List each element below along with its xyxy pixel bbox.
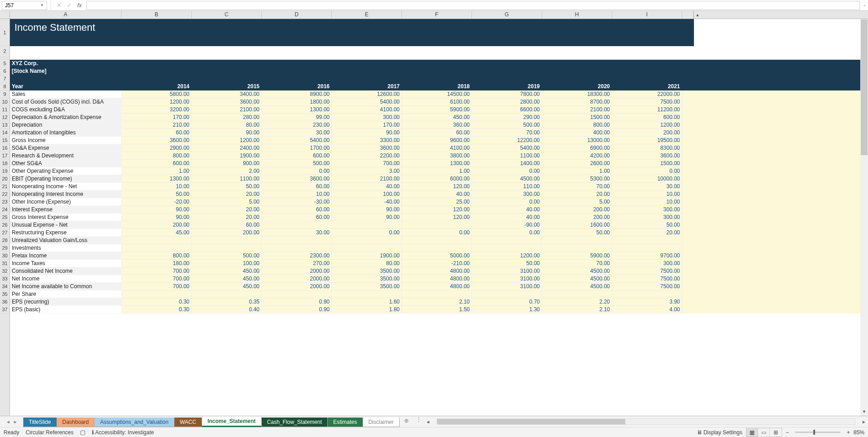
cell[interactable]: 0.00 xyxy=(332,229,402,237)
col-header-I[interactable]: I xyxy=(612,11,682,19)
cell[interactable]: 1.00 xyxy=(122,167,192,175)
sheet-tab[interactable]: Disclaimer xyxy=(363,418,400,427)
cell[interactable]: 3100.00 xyxy=(472,267,542,275)
cell[interactable] xyxy=(262,244,332,252)
cell[interactable]: 1500.00 xyxy=(612,160,682,167)
cell[interactable] xyxy=(472,290,542,298)
row-header[interactable]: 35 xyxy=(0,290,9,298)
cell[interactable]: 19500.00 xyxy=(612,137,682,144)
cell[interactable]: 20.00 xyxy=(192,190,262,198)
cell[interactable]: 2100.00 xyxy=(192,106,262,114)
cell[interactable]: 10.00 xyxy=(262,190,332,198)
cell[interactable]: 100.00 xyxy=(192,260,262,267)
cell[interactable]: 0.35 xyxy=(192,298,262,306)
sheet-tab[interactable]: Cash_Flow_Statement xyxy=(261,418,328,427)
cell[interactable]: 50.00 xyxy=(542,229,612,237)
cell[interactable]: 4800.00 xyxy=(402,267,472,275)
row-header[interactable]: 7 xyxy=(0,75,9,83)
add-sheet-button[interactable]: ⊕ xyxy=(400,416,413,427)
cell[interactable]: 300.00 xyxy=(612,206,682,214)
cell[interactable]: 14500.00 xyxy=(402,90,472,98)
cell[interactable]: 2.00 xyxy=(192,167,262,175)
cell[interactable]: 120.00 xyxy=(402,214,472,221)
cell[interactable]: 0.00 xyxy=(612,167,682,175)
row-header[interactable]: 28 xyxy=(0,237,9,244)
cell[interactable]: 3800.00 xyxy=(402,152,472,160)
cell[interactable]: 900.00 xyxy=(192,160,262,167)
row-header[interactable]: 20 xyxy=(0,175,9,183)
cell[interactable]: 2000.00 xyxy=(262,275,332,283)
cell[interactable]: 0.00 xyxy=(472,229,542,237)
cell[interactable]: 80.00 xyxy=(332,260,402,267)
cell[interactable]: 10.00 xyxy=(612,198,682,206)
cell[interactable]: 1.80 xyxy=(332,306,402,314)
cell[interactable]: 25.00 xyxy=(402,198,472,206)
cell[interactable]: 450.00 xyxy=(402,114,472,121)
cell[interactable]: 1200.00 xyxy=(612,121,682,129)
cell[interactable]: 230.00 xyxy=(262,121,332,129)
cell[interactable]: 5300.00 xyxy=(542,175,612,183)
row-header[interactable]: 23 xyxy=(0,198,9,206)
cell[interactable]: 800.00 xyxy=(542,121,612,129)
col-header-D[interactable]: D xyxy=(262,11,332,19)
sheet-tab[interactable]: TitleSlide xyxy=(23,418,57,427)
fx-icon[interactable]: fx xyxy=(75,2,85,9)
cell[interactable]: 6100.00 xyxy=(402,98,472,106)
cell[interactable]: 500.00 xyxy=(192,252,262,260)
cell[interactable]: -90.00 xyxy=(472,221,542,229)
cell[interactable]: 300.00 xyxy=(472,190,542,198)
cell[interactable] xyxy=(192,237,262,244)
tab-separator[interactable]: ⋮ xyxy=(413,416,424,427)
cell[interactable]: 20.00 xyxy=(192,214,262,221)
cell[interactable]: 50.00 xyxy=(122,190,192,198)
cell[interactable]: 80.00 xyxy=(192,121,262,129)
cell[interactable]: 270.00 xyxy=(262,260,332,267)
cell[interactable]: 0.90 xyxy=(262,298,332,306)
cell[interactable]: 3.00 xyxy=(332,167,402,175)
cell[interactable]: 4200.00 xyxy=(542,152,612,160)
cell[interactable]: 1.50 xyxy=(402,306,472,314)
cell[interactable]: 0.30 xyxy=(122,306,192,314)
cell[interactable]: 1100.00 xyxy=(472,152,542,160)
cell[interactable]: 1.00 xyxy=(402,167,472,175)
cell[interactable]: 0.30 xyxy=(122,298,192,306)
cell[interactable]: 50.00 xyxy=(612,221,682,229)
row-header[interactable]: 12 xyxy=(0,114,9,121)
cell[interactable]: 2.10 xyxy=(542,306,612,314)
cell[interactable]: 4100.00 xyxy=(332,106,402,114)
cell[interactable]: 20.00 xyxy=(542,190,612,198)
cell[interactable]: 120.00 xyxy=(402,183,472,190)
row-header[interactable]: 2 xyxy=(0,46,9,57)
cell[interactable] xyxy=(612,244,682,252)
cell[interactable]: 99.00 xyxy=(262,114,332,121)
cell[interactable]: 5400.00 xyxy=(472,144,542,152)
cell[interactable] xyxy=(122,237,192,244)
row-header[interactable]: 11 xyxy=(0,106,9,114)
zoom-level[interactable]: 85% xyxy=(854,429,864,436)
cell[interactable]: 700.00 xyxy=(332,160,402,167)
cell[interactable]: 500.00 xyxy=(472,121,542,129)
cell[interactable]: 30.00 xyxy=(612,183,682,190)
cell[interactable]: 70.00 xyxy=(542,260,612,267)
horizontal-scrollbar[interactable]: ◄ ► xyxy=(424,416,868,427)
cell[interactable]: 0.00 xyxy=(402,229,472,237)
cell[interactable]: 700.00 xyxy=(122,267,192,275)
sheet-tab[interactable]: Assumptions_and_Valuation xyxy=(94,418,174,427)
row-header[interactable]: 25 xyxy=(0,214,9,221)
cell[interactable]: 3500.00 xyxy=(332,275,402,283)
cell[interactable] xyxy=(262,221,332,229)
cell[interactable]: 1200.00 xyxy=(472,252,542,260)
cell[interactable]: 5.00 xyxy=(192,198,262,206)
scroll-up-icon[interactable]: ▲ xyxy=(693,11,701,19)
cell[interactable]: 1500.00 xyxy=(542,114,612,121)
cell[interactable]: 0.40 xyxy=(192,306,262,314)
row-header[interactable]: 36 xyxy=(0,298,9,306)
cell[interactable]: 2000.00 xyxy=(262,267,332,275)
cell[interactable]: 400.00 xyxy=(542,129,612,137)
cell[interactable]: 2900.00 xyxy=(122,144,192,152)
cell[interactable] xyxy=(612,237,682,244)
cell[interactable] xyxy=(402,221,472,229)
row-header[interactable]: 9 xyxy=(0,90,9,98)
cell[interactable]: 1300.00 xyxy=(122,175,192,183)
cell[interactable]: 800.00 xyxy=(122,152,192,160)
